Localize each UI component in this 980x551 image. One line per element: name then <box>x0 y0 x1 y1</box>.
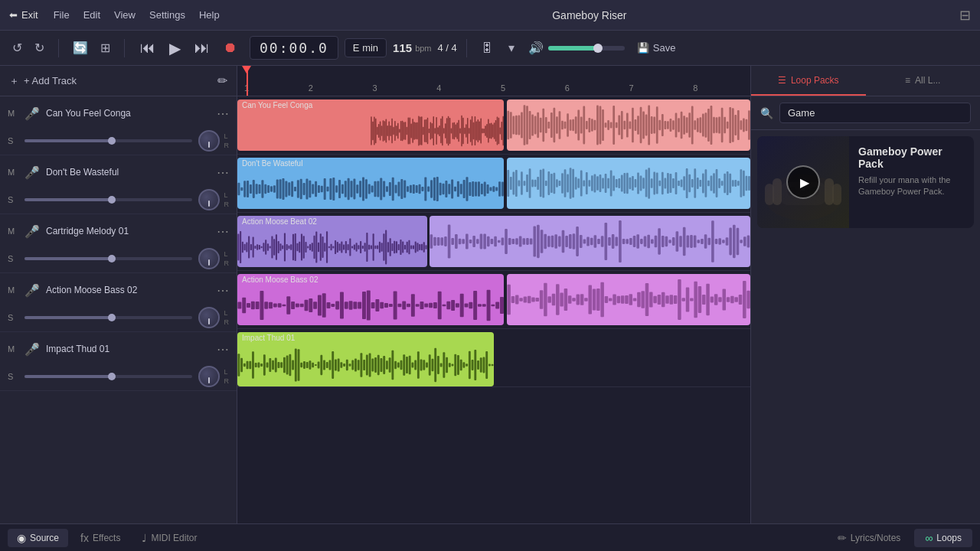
loops-tab[interactable]: ∞ Loops <box>914 529 972 547</box>
midi-editor-tab[interactable]: ♩ MIDI Editor <box>132 529 206 547</box>
clip-conga-1[interactable]: Can You Feel Conga // Generate waveform … <box>237 99 504 151</box>
svg-rect-291 <box>564 169 566 197</box>
track-menu-conga[interactable]: ⋯ <box>217 106 229 121</box>
svg-rect-355 <box>737 181 740 185</box>
exit-button[interactable]: ⬅ Exit <box>9 9 38 21</box>
menu-help[interactable]: Help <box>199 9 220 21</box>
clip-wasteful-1[interactable]: Don't Be Wasteful <box>237 158 504 209</box>
svg-rect-518 <box>672 237 675 246</box>
svg-rect-220 <box>356 184 358 194</box>
svg-rect-591 <box>465 303 469 307</box>
svg-rect-60 <box>460 129 461 134</box>
waveform-wasteful-2 <box>507 158 750 209</box>
tab-all-loops[interactable]: ≡ All L... <box>866 66 981 96</box>
track-knob-wasteful[interactable] <box>198 189 220 210</box>
svg-rect-77 <box>485 126 485 135</box>
clip-bass-2[interactable] <box>507 274 750 325</box>
dropdown-button[interactable]: ▾ <box>504 37 519 58</box>
svg-rect-167 <box>715 117 717 133</box>
svg-rect-144 <box>653 117 655 134</box>
clip-bass-1[interactable]: Action Moose Bass 02 <box>237 274 504 325</box>
volume-slider[interactable] <box>548 46 625 51</box>
effects-tab[interactable]: fx Effects <box>71 529 129 547</box>
svg-rect-380 <box>279 243 281 251</box>
redo-button[interactable]: ↻ <box>30 37 49 58</box>
ruler-marker-5: 5 <box>501 83 505 93</box>
svg-rect-647 <box>697 286 701 313</box>
play-button[interactable]: ▶ <box>163 36 187 60</box>
svg-rect-116 <box>577 109 580 140</box>
clip-conga-2[interactable] <box>507 99 750 151</box>
track-slider-conga[interactable] <box>24 139 192 142</box>
columns-button[interactable]: ⊞ <box>96 37 115 58</box>
track-knob-impact[interactable] <box>198 366 220 387</box>
menu-view[interactable]: View <box>114 9 136 21</box>
svg-rect-532 <box>722 240 725 243</box>
save-button[interactable]: 💾 Save <box>637 42 676 54</box>
window-controls[interactable]: ⊟ <box>959 7 971 24</box>
track-menu-impact[interactable]: ⋯ <box>217 342 229 357</box>
mixer-button[interactable]: 🎛 <box>476 38 498 58</box>
svg-rect-508 <box>637 234 640 249</box>
track-slider-cartridge[interactable] <box>24 257 192 260</box>
add-track-button[interactable]: ＋ + Add Track <box>9 74 77 88</box>
svg-rect-430 <box>385 230 387 265</box>
svg-rect-69 <box>473 122 474 139</box>
svg-rect-83 <box>494 122 495 139</box>
track-knob-cartridge[interactable] <box>198 248 220 269</box>
time-signature[interactable]: 4 / 4 <box>438 42 457 54</box>
clip-impact-1[interactable]: Impact Thud 01 <box>237 332 494 386</box>
menu-edit[interactable]: Edit <box>83 9 100 21</box>
svg-rect-162 <box>702 114 704 137</box>
key-display[interactable]: E min <box>345 38 387 57</box>
track-menu-cartridge[interactable]: ⋯ <box>217 224 229 239</box>
clip-label-impact-1: Impact Thud 01 <box>237 332 494 344</box>
ruler-marker-8: 8 <box>693 83 697 93</box>
svg-rect-246 <box>433 178 436 201</box>
menu-settings[interactable]: Settings <box>149 9 185 21</box>
track-slider-bass[interactable] <box>24 316 192 319</box>
svg-rect-455 <box>448 224 451 258</box>
svg-rect-429 <box>383 233 384 261</box>
svg-rect-307 <box>607 178 609 189</box>
track-knob-conga[interactable] <box>198 130 220 152</box>
svg-rect-470 <box>501 237 505 245</box>
lyrics-tab[interactable]: ✏ Lyrics/Notes <box>827 529 912 547</box>
clip-wasteful-2[interactable] <box>507 158 750 209</box>
undo-redo-group: ↺ ↻ <box>8 37 49 58</box>
svg-rect-392 <box>305 242 306 253</box>
track-menu-bass[interactable]: ⋯ <box>217 283 229 298</box>
track-main-row-impact: M 🎤 Impact Thud 01 ⋯ <box>0 332 237 366</box>
undo-button[interactable]: ↺ <box>8 37 27 58</box>
svg-rect-428 <box>381 243 383 251</box>
svg-rect-174 <box>734 115 737 135</box>
pack-play-button[interactable]: ▶ <box>786 165 820 199</box>
svg-rect-108 <box>556 116 558 133</box>
skip-forward-button[interactable]: ⏭ <box>188 36 216 60</box>
pencil-button[interactable]: ✏ <box>217 73 227 88</box>
search-input[interactable] <box>779 103 971 123</box>
svg-rect-221 <box>359 181 361 197</box>
clip-cartridge-1[interactable]: Action Moose Beat 02 <box>237 216 427 267</box>
loop-button[interactable]: 🔄 <box>68 37 93 58</box>
source-tab[interactable]: ◉ Source <box>8 529 68 547</box>
svg-rect-58 <box>457 122 458 139</box>
track-slider-impact[interactable] <box>24 375 192 378</box>
record-button[interactable]: ⏺ <box>217 37 243 59</box>
clip-row-impact: Impact Thud 01 <box>237 329 750 387</box>
track-slider-wasteful[interactable] <box>24 198 192 201</box>
svg-rect-400 <box>322 236 323 258</box>
svg-rect-453 <box>441 237 444 246</box>
svg-rect-643 <box>681 298 685 301</box>
svg-rect-70 <box>475 116 475 145</box>
tab-loop-packs[interactable]: ☰ Loop Packs <box>751 66 866 96</box>
svg-rect-439 <box>404 245 406 249</box>
svg-rect-451 <box>433 237 436 246</box>
track-menu-wasteful[interactable]: ⋯ <box>217 165 229 180</box>
pack-card: ▶ Gameboy Power Pack Refill your mana wi… <box>757 136 974 228</box>
skip-back-button[interactable]: ⏮ <box>134 36 162 60</box>
menu-file[interactable]: File <box>54 9 70 21</box>
clip-cartridge-2[interactable] <box>430 216 750 267</box>
track-knob-bass[interactable] <box>198 307 220 328</box>
svg-rect-556 <box>309 298 312 312</box>
